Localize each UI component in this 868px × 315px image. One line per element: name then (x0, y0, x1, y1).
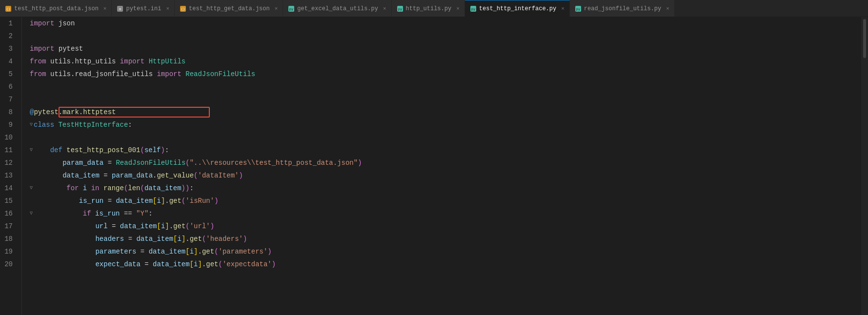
py-icon: py (470, 5, 477, 12)
code-line-4: from utils.http_utils import HttpUtils (22, 55, 861, 68)
tab-label: test_http_post_data.json (14, 5, 99, 12)
editor: 1234567891011121314151617181920 import j… (0, 17, 868, 315)
code-line-9: ▽class TestHttpInterface: (22, 118, 861, 131)
tab-close-icon[interactable]: × (456, 6, 460, 12)
fold-arrow-11[interactable]: ▽ (30, 144, 33, 157)
line-number-16: 16 (0, 207, 17, 220)
tab-close-icon[interactable]: × (103, 6, 107, 12)
tab-close-icon[interactable]: × (666, 6, 669, 12)
tab-close-icon[interactable]: × (275, 6, 278, 12)
line-number-1: 1 (0, 17, 17, 30)
code-line-2 (22, 30, 861, 42)
code-line-13: data_item = param_data.get_value('dataIt… (22, 169, 861, 182)
tab-label: http_utils.py (406, 5, 452, 12)
code-line-3: import pytest (22, 42, 861, 55)
line-numbers: 1234567891011121314151617181920 (0, 17, 22, 315)
code-line-8: @pytest.mark.httptest (22, 106, 861, 118)
svg-text:{}: {} (181, 7, 185, 11)
tab-label: read_jsonfile_utils.py (584, 5, 661, 12)
line-number-17: 17 (0, 220, 17, 233)
line-number-20: 20 (0, 258, 17, 271)
line-number-9: 9 (0, 118, 17, 131)
svg-text:{}: {} (6, 7, 10, 11)
line-number-8: 8 (0, 106, 17, 118)
tab-bar: {}test_http_post_data.json×≡pytest.ini×{… (0, 0, 868, 17)
code-line-7 (22, 93, 861, 106)
code-line-14: ▽ for i in range(len(data_item)): (22, 182, 861, 195)
line-number-12: 12 (0, 157, 17, 169)
code-line-5: from utils.read_jsonfile_utils import Re… (22, 68, 861, 80)
code-line-16: ▽ if is_run == "Y": (22, 207, 861, 220)
code-line-15: is_run = data_item[i].get('isRun') (22, 195, 861, 207)
tab-tab4[interactable]: pyget_excel_data_utils.py× (283, 0, 391, 17)
scrollbar-thumb[interactable] (863, 19, 866, 58)
fold-arrow-16[interactable]: ▽ (30, 207, 33, 220)
tab-label: test_http_get_data.json (189, 5, 270, 12)
line-number-2: 2 (0, 30, 17, 42)
tab-label: test_http_interface.py (479, 5, 556, 12)
code-line-19: parameters = data_item[i].get('parameter… (22, 245, 861, 258)
line-number-18: 18 (0, 233, 17, 245)
tab-label: get_excel_data_utils.py (297, 5, 378, 12)
line-number-5: 5 (0, 68, 17, 80)
tab-tab3[interactable]: {}test_http_get_data.json× (175, 0, 283, 17)
line-number-19: 19 (0, 245, 17, 258)
tab-close-icon[interactable]: × (561, 6, 565, 12)
svg-text:py: py (289, 7, 293, 11)
svg-text:py: py (471, 7, 475, 11)
fold-arrow-9[interactable]: ▽ (30, 118, 33, 131)
tab-close-icon[interactable]: × (383, 6, 386, 12)
svg-text:≡: ≡ (119, 7, 121, 11)
code-line-11: ▽ def test_http_post_001(self): (22, 144, 861, 157)
py-icon: py (397, 5, 404, 12)
code-line-17: url = data_item[i].get('url') (22, 220, 861, 233)
code-line-1: import json (22, 17, 861, 30)
line-number-6: 6 (0, 80, 17, 93)
svg-text:py: py (398, 7, 402, 11)
code-line-20: expect_data = data_item[i].get('expectda… (22, 258, 861, 271)
line-number-13: 13 (0, 169, 17, 182)
code-line-6 (22, 80, 861, 93)
code-line-18: headers = data_item[i].get('headers') (22, 233, 861, 245)
ini-icon: ≡ (117, 5, 123, 12)
scrollbar-track[interactable] (861, 17, 868, 315)
code-line-12: param_data = ReadJsonFileUtils("..\\reso… (22, 157, 861, 169)
line-number-10: 10 (0, 131, 17, 144)
py-icon: py (575, 5, 582, 12)
line-number-3: 3 (0, 42, 17, 55)
code-line-10 (22, 131, 861, 144)
code-content: import json import pytestfrom utils.http… (22, 17, 861, 315)
line-number-4: 4 (0, 55, 17, 68)
tab-label: pytest.ini (126, 5, 161, 12)
tab-tab5[interactable]: pyhttp_utils.py× (392, 0, 465, 17)
json-icon: {} (5, 5, 12, 12)
line-number-7: 7 (0, 93, 17, 106)
tab-tab7[interactable]: pyread_jsonfile_utils.py× (570, 0, 675, 17)
tab-tab6[interactable]: pytest_http_interface.py× (465, 0, 570, 17)
line-number-11: 11 (0, 144, 17, 157)
tab-tab2[interactable]: ≡pytest.ini× (112, 0, 175, 17)
svg-text:py: py (576, 7, 580, 11)
line-number-14: 14 (0, 182, 17, 195)
fold-arrow-14[interactable]: ▽ (30, 182, 33, 195)
py-icon: py (288, 5, 295, 12)
tab-close-icon[interactable]: × (166, 6, 169, 12)
line-number-15: 15 (0, 195, 17, 207)
tab-tab1[interactable]: {}test_http_post_data.json× (0, 0, 112, 17)
json-icon: {} (180, 5, 186, 12)
